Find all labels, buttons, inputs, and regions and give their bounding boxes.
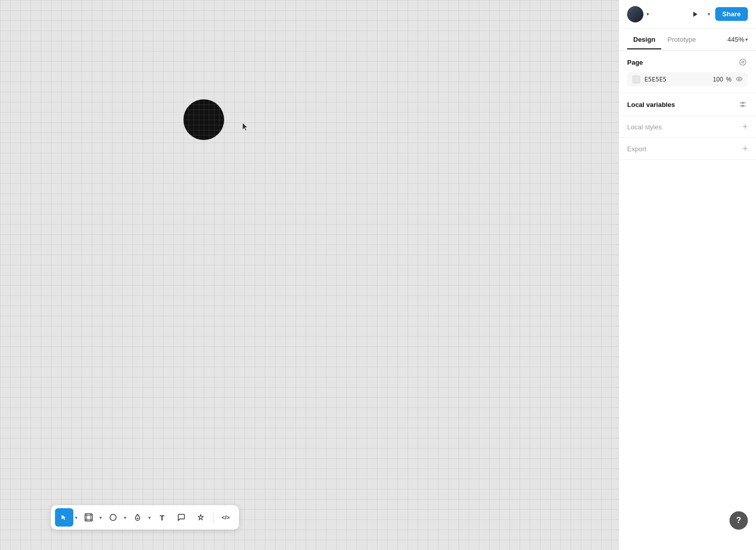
frame-tool-group[interactable]: ▾ (79, 508, 103, 527)
panel-content: Page E5E5E5 100 % (619, 51, 756, 550)
zoom-dropdown-arrow[interactable]: ▾ (745, 37, 748, 42)
shape-tool-group[interactable]: ▾ (104, 508, 127, 527)
local-styles-section: Local styles + (619, 116, 756, 138)
export-title: Export (627, 145, 646, 153)
canvas[interactable]: ▾ ▾ ▾ (0, 0, 618, 550)
pen-tool-button[interactable] (128, 508, 147, 527)
local-variables-section: Local variables (619, 93, 756, 116)
select-tool-dropdown[interactable]: ▾ (74, 513, 78, 522)
page-section-header[interactable]: Page (627, 57, 748, 67)
tab-design[interactable]: Design (627, 31, 661, 49)
pen-tool-dropdown[interactable]: ▾ (147, 513, 152, 522)
page-color-row[interactable]: E5E5E5 100 % (627, 72, 748, 87)
page-opacity-unit: % (726, 76, 732, 83)
circle-shape[interactable] (183, 99, 224, 140)
text-tool-icon: T (159, 513, 164, 522)
text-tool-button[interactable]: T (153, 508, 171, 527)
panel-header: ▾ ▾ Share (619, 0, 756, 29)
toolbar-separator (213, 511, 213, 524)
tab-prototype[interactable]: Prototype (661, 31, 702, 49)
select-tool-button[interactable] (55, 508, 73, 527)
avatar-image (627, 6, 643, 22)
page-section-title: Page (627, 59, 643, 66)
comment-tool-button[interactable] (172, 508, 191, 527)
zoom-section[interactable]: 445% ▾ (727, 36, 748, 43)
svg-point-7 (740, 59, 746, 65)
page-color-hex: E5E5E5 (644, 76, 713, 83)
page-section: Page E5E5E5 100 % (619, 51, 756, 93)
pen-tool-group[interactable]: ▾ (128, 508, 152, 527)
right-panel: ▾ ▾ Share Design Prototype 445% ▾ Page (618, 0, 756, 550)
play-button[interactable] (688, 7, 703, 21)
page-settings-icon[interactable] (738, 57, 748, 67)
panel-tabs: Design Prototype 445% ▾ (619, 29, 756, 51)
select-tool-group[interactable]: ▾ (55, 508, 78, 527)
svg-point-6 (137, 518, 139, 519)
bottom-toolbar: ▾ ▾ ▾ (51, 505, 239, 530)
avatar-dropdown-arrow[interactable]: ▾ (646, 11, 649, 17)
play-dropdown-arrow[interactable]: ▾ (707, 9, 711, 19)
local-variables-title: Local variables (627, 101, 675, 108)
local-styles-add-button[interactable]: + (742, 122, 748, 131)
shape-tool-button[interactable] (104, 508, 122, 527)
header-actions: ▾ Share (688, 7, 748, 21)
export-section-header[interactable]: Export + (627, 144, 748, 153)
export-add-button[interactable]: + (742, 144, 748, 153)
svg-point-14 (742, 105, 744, 107)
local-variables-header[interactable]: Local variables (627, 99, 748, 109)
zoom-value: 445% (727, 36, 744, 43)
export-section: Export + (619, 138, 756, 160)
tabs-container: Design Prototype (627, 31, 702, 49)
avatar (627, 6, 643, 22)
svg-point-8 (742, 61, 744, 63)
local-styles-title: Local styles (627, 123, 662, 131)
page-opacity-value: 100 (713, 76, 723, 83)
code-icon: </> (222, 514, 230, 520)
frame-tool-dropdown[interactable]: ▾ (98, 513, 103, 522)
local-styles-header[interactable]: Local styles + (627, 122, 748, 131)
ai-tool-button[interactable] (192, 508, 210, 527)
cursor-icon (242, 122, 250, 130)
code-button[interactable]: </> (217, 508, 235, 527)
local-variables-settings-icon[interactable] (738, 99, 748, 109)
user-avatar-section[interactable]: ▾ (627, 6, 649, 22)
shape-tool-dropdown[interactable]: ▾ (123, 513, 127, 522)
share-button[interactable]: Share (715, 7, 748, 21)
frame-tool-button[interactable] (79, 508, 98, 527)
page-visibility-toggle[interactable] (736, 76, 743, 83)
svg-point-11 (742, 102, 744, 104)
svg-point-5 (110, 514, 116, 520)
svg-rect-0 (85, 514, 92, 521)
page-color-swatch (632, 75, 640, 84)
svg-point-9 (738, 78, 740, 80)
help-button[interactable]: ? (730, 511, 748, 530)
